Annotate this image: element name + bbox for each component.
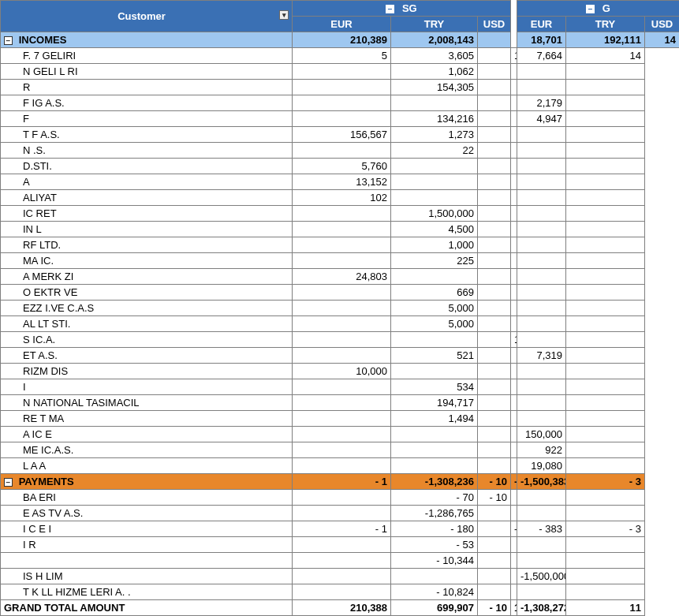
cell	[293, 95, 391, 111]
cell	[517, 316, 566, 332]
cell	[478, 537, 511, 553]
table-row[interactable]: IC RET1,500,000	[1, 206, 680, 222]
cell	[511, 285, 517, 301]
collapse-icon[interactable]: −	[586, 5, 595, 13]
incomes-section-row[interactable]: − INCOMES 210,389 2,008,143 18,701 192,1…	[1, 32, 680, 48]
cell	[293, 584, 391, 600]
cell	[478, 301, 511, 316]
table-row[interactable]: ME IC.A.S.922	[1, 442, 680, 458]
col-usd2[interactable]: USD	[645, 17, 680, 32]
table-row[interactable]: T F A.S.156,5671,273	[1, 127, 680, 143]
table-row[interactable]: RF LTD.1,000	[1, 237, 680, 253]
table-row[interactable]: RE T MA1,494	[1, 411, 680, 427]
cell	[511, 127, 517, 143]
table-row[interactable]: BA ERI- 70- 10	[1, 490, 680, 506]
cell	[517, 127, 566, 143]
row-label: F	[1, 111, 293, 127]
cell	[511, 427, 517, 442]
table-row[interactable]: RIZM DIS10,000	[1, 364, 680, 379]
cell: 4,947	[517, 111, 566, 127]
cell: - 0	[511, 521, 517, 537]
payments-label: PAYMENTS	[19, 476, 74, 487]
cell	[293, 143, 391, 159]
cell	[511, 316, 517, 332]
col-usd1[interactable]: USD	[478, 17, 511, 32]
table-row[interactable]: I R- 53	[1, 537, 680, 553]
group2-header[interactable]: − G	[517, 1, 680, 17]
cell: 192,111	[566, 32, 645, 48]
cell	[517, 285, 566, 301]
collapse-icon[interactable]: −	[4, 478, 13, 487]
table-row[interactable]: EZZ I.VE C.A.S5,000	[1, 301, 680, 316]
cell: 1,273	[391, 127, 478, 143]
cell: 4,500	[391, 222, 478, 237]
row-label: L A A	[1, 458, 293, 474]
table-row[interactable]: R154,305	[1, 80, 680, 95]
table-row[interactable]: S IC.A. 18,700	[1, 332, 680, 348]
cell: 210,388	[293, 600, 391, 616]
collapse-icon[interactable]: −	[386, 5, 394, 13]
table-row[interactable]: L A A19,080	[1, 458, 680, 474]
cell	[478, 206, 511, 222]
row-label: ALIYAT	[1, 190, 293, 206]
cell: 699,907	[391, 600, 478, 616]
col-eur2[interactable]: EUR	[517, 17, 566, 32]
cell	[391, 427, 478, 442]
table-row[interactable]: A IC E150,000	[1, 427, 680, 442]
cell	[478, 379, 511, 395]
cell	[293, 490, 391, 506]
row-label: D.STI.	[1, 159, 293, 174]
cell: 156,567	[293, 127, 391, 143]
cell: 13,152	[293, 174, 391, 190]
table-row[interactable]: O EKTR VE669	[1, 285, 680, 301]
table-row[interactable]: N GELI L RI1,062	[1, 64, 680, 80]
table-row[interactable]: - 10,344	[1, 553, 680, 569]
gap-column	[511, 1, 517, 48]
table-row[interactable]: IS H LIM-1,500,000	[1, 569, 680, 584]
table-row[interactable]: D.STI.5,760	[1, 159, 680, 174]
table-row[interactable]: AL LT STI.5,000	[1, 316, 680, 332]
table-row[interactable]: E AS TV A.S.-1,286,765	[1, 506, 680, 521]
table-row[interactable]: A MERK ZI24,803	[1, 269, 680, 285]
customer-header[interactable]: Customer ▾	[1, 1, 293, 32]
cell	[517, 379, 566, 395]
table-row[interactable]: F. 7 GELIRI53,60517,66414	[1, 48, 680, 64]
col-try1[interactable]: TRY	[391, 17, 478, 32]
table-row[interactable]: A13,152	[1, 174, 680, 190]
table-row[interactable]: ET A.S.5217,319	[1, 348, 680, 364]
row-label: RE T MA	[1, 411, 293, 427]
cell	[517, 537, 566, 553]
group1-header[interactable]: − SG	[293, 1, 511, 17]
collapse-icon[interactable]: −	[4, 36, 13, 45]
cell: 18,701	[511, 600, 517, 616]
table-row[interactable]: F134,2164,947	[1, 111, 680, 127]
cell	[478, 159, 511, 174]
table-row[interactable]: N NATIONAL TASIMACIL194,717	[1, 395, 680, 411]
cell	[511, 237, 517, 253]
cell	[511, 253, 517, 269]
cell	[293, 553, 391, 569]
table-row[interactable]: F IG A.S.2,179	[1, 95, 680, 111]
cell	[391, 95, 478, 111]
cell	[511, 506, 517, 521]
cell	[478, 521, 511, 537]
payments-section-row[interactable]: − PAYMENTS - 1 -1,308,236 - 10 - 0 -1,50…	[1, 474, 680, 490]
col-try2[interactable]: TRY	[566, 17, 645, 32]
cell	[511, 395, 517, 411]
row-label: ME IC.A.S.	[1, 442, 293, 458]
cell	[478, 127, 511, 143]
row-label: IN L	[1, 222, 293, 237]
table-row[interactable]: I C E I- 1- 180- 0- 383- 3	[1, 521, 680, 537]
table-row[interactable]: N .S.22	[1, 143, 680, 159]
table-row[interactable]: I534	[1, 379, 680, 395]
table-row[interactable]: ALIYAT102	[1, 190, 680, 206]
cell	[478, 111, 511, 127]
table-row[interactable]: IN L4,500	[1, 222, 680, 237]
filter-dropdown-icon[interactable]: ▾	[279, 10, 289, 20]
row-label: AL LT STI.	[1, 316, 293, 332]
cell	[566, 411, 645, 427]
table-row[interactable]: T K LL HIZME LERI A. .- 10,824	[1, 584, 680, 600]
col-eur1[interactable]: EUR	[293, 17, 391, 32]
cell	[293, 506, 391, 521]
table-row[interactable]: MA IC.225	[1, 253, 680, 269]
